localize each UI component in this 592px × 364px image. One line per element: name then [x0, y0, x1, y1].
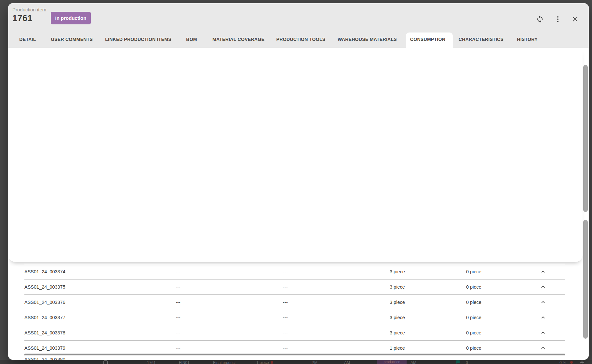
available-value: 3 piece	[390, 315, 405, 320]
selected-value: 0 piece	[466, 315, 481, 320]
available-value: 3 piece	[390, 284, 405, 290]
table-row: ASS01_24_003377 --- --- 3 piece 0 piece	[24, 310, 565, 325]
parameter-value: ---	[176, 345, 181, 351]
background-page-row: 1761 FIN01 Final product 1 piece PM AM p…	[0, 360, 592, 364]
tab-warehouse-materials[interactable]: WAREHOUSE MATERIALS	[338, 37, 397, 42]
batch-name: ASS01_24_003379	[24, 345, 65, 351]
available-value: 3 piece	[390, 300, 405, 305]
production-item-number: 1761	[12, 13, 33, 23]
parameter-value: ---	[283, 284, 288, 290]
status-dot	[570, 361, 573, 364]
close-icon[interactable]	[571, 15, 579, 23]
tab-detail[interactable]: DETAIL	[19, 37, 36, 42]
consumption-panel-card	[8, 48, 583, 262]
parameter-value: ---	[176, 300, 181, 305]
chevron-up-icon[interactable]	[540, 284, 546, 290]
chevron-up-icon[interactable]	[540, 330, 546, 335]
tab-production-tools[interactable]: PRODUCTION TOOLS	[276, 37, 326, 42]
parameter-value: ---	[283, 330, 288, 335]
parameter-value: ---	[283, 300, 288, 305]
parameter-value: ---	[176, 315, 181, 320]
horizontal-scrollbar-thumb[interactable]	[24, 354, 565, 355]
comment-icon	[456, 360, 460, 364]
chevron-up-icon[interactable]	[540, 345, 546, 351]
selected-value: 0 piece	[466, 284, 481, 290]
table-row: ASS01_24_003378 --- --- 3 piece 0 piece	[24, 325, 565, 340]
background-cell: Final product	[213, 360, 235, 364]
batch-name: ASS01_24_003380	[24, 357, 65, 360]
batch-name: ASS01_24_003378	[24, 330, 65, 335]
background-cell: 1761	[147, 360, 156, 364]
tab-history[interactable]: HISTORY	[517, 37, 538, 42]
tab-user-comments[interactable]: USER COMMENTS	[51, 37, 93, 42]
vertical-scrollbar-thumb[interactable]	[583, 65, 588, 212]
tab-bom[interactable]: BOM	[186, 37, 197, 42]
production-item-label: Production item	[12, 7, 46, 12]
batch-rows-list: ASS01_24_003374 --- --- 3 piece 0 piece …	[24, 264, 565, 356]
batch-name: ASS01_24_003377	[24, 315, 65, 320]
vertical-scrollbar-thumb[interactable]	[583, 220, 588, 339]
refresh-icon[interactable]	[536, 15, 544, 23]
background-cell: PM	[312, 360, 317, 364]
background-cell: AM	[410, 360, 416, 364]
background-cell: FIN01	[179, 360, 190, 364]
available-value: 1 piece	[390, 345, 405, 351]
batch-name: ASS01_24_003376	[24, 300, 65, 305]
chevron-up-icon[interactable]	[540, 299, 546, 305]
tab-linked-production-items[interactable]: LINKED PRODUCTION ITEMS	[105, 37, 171, 42]
parameter-value: ---	[283, 269, 288, 274]
batch-name: ASS01_24_003375	[24, 284, 65, 290]
batch-name: ASS01_24_003374	[24, 269, 65, 274]
status-badge: In production	[51, 12, 91, 24]
production-item-dialog: Production item 1761 In production DETAI…	[8, 3, 589, 360]
parameter-value: ---	[283, 315, 288, 320]
selected-value: 0 piece	[466, 269, 481, 274]
table-row: ASS01_24_003379 --- --- 1 piece 0 piece	[24, 340, 565, 356]
available-value: 3 piece	[390, 330, 405, 335]
screen: 1761 FIN01 Final product 1 piece PM AM p…	[0, 0, 592, 364]
background-cell: AM	[344, 360, 350, 364]
table-row: ASS01_24_003375 --- --- 3 piece 0 piece	[24, 279, 565, 294]
table-row: ASS01_24_003376 --- --- 3 piece 0 piece	[24, 294, 565, 310]
available-value: 3 piece	[390, 269, 405, 274]
background-cell: 0 %	[559, 360, 566, 364]
tab-material-coverage[interactable]: MATERIAL COVERAGE	[212, 37, 264, 42]
parameter-value: ---	[176, 330, 181, 335]
tab-consumption[interactable]: CONSUMPTION	[410, 37, 445, 42]
parameter-value: ---	[283, 345, 288, 351]
selected-value: 0 piece	[466, 345, 481, 351]
kebab-menu-icon[interactable]	[554, 15, 562, 23]
chevron-up-icon[interactable]	[540, 269, 546, 274]
background-cell: 0	[466, 360, 468, 364]
background-checkbox	[103, 360, 108, 364]
status-dot	[271, 361, 273, 364]
printer-icon	[580, 360, 584, 364]
parameter-value: ---	[176, 284, 181, 290]
chevron-up-icon[interactable]	[540, 315, 546, 320]
background-status-chip: production	[377, 360, 407, 364]
background-cell: 1 piece	[256, 360, 269, 364]
selected-value: 0 piece	[466, 300, 481, 305]
parameter-value: ---	[176, 269, 181, 274]
tab-characteristics[interactable]: CHARACTERISTICS	[459, 37, 504, 42]
selected-value: 0 piece	[466, 330, 481, 335]
table-row: ASS01_24_003374 --- --- 3 piece 0 piece	[24, 264, 565, 279]
